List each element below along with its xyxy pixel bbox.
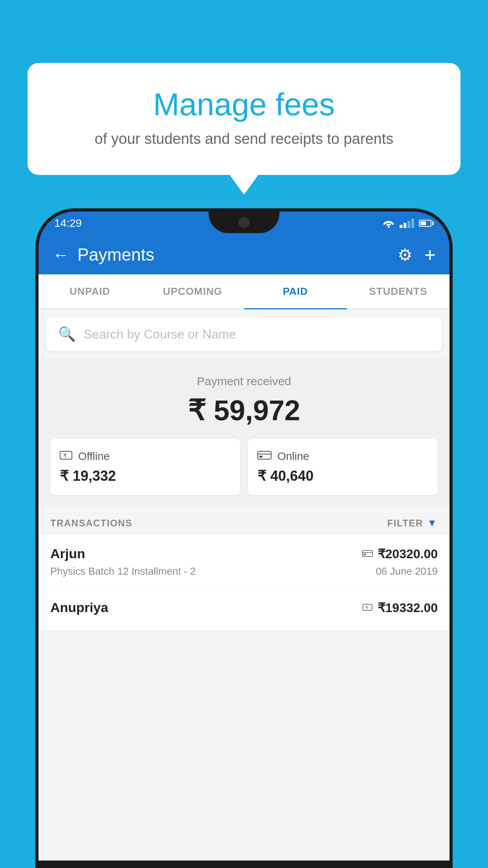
online-payment-card: Online ₹ 40,640 xyxy=(248,439,438,495)
tab-unpaid[interactable]: UNPAID xyxy=(39,274,141,309)
transaction-course: Physics Batch 12 Installment - 2 xyxy=(50,565,196,577)
offline-transaction-icon: ₹ xyxy=(362,601,373,614)
wifi-icon xyxy=(382,219,395,228)
payment-cards: ₹ Offline ₹ 19,332 xyxy=(50,439,438,495)
svg-rect-6 xyxy=(362,550,372,556)
payment-received-amount: ₹ 59,972 xyxy=(50,394,438,427)
status-icons xyxy=(382,219,434,228)
svg-text:₹: ₹ xyxy=(365,605,368,610)
table-row[interactable]: Anupriya ₹ ₹19332.00 xyxy=(39,589,449,631)
signal-bars-icon xyxy=(400,219,414,228)
online-amount: ₹ 40,640 xyxy=(257,468,428,484)
phone-frame: 14:29 xyxy=(35,208,453,868)
transaction-amount-row: ₹ ₹19332.00 xyxy=(362,600,438,615)
back-button[interactable]: ← xyxy=(52,245,70,265)
phone-inner: 14:29 xyxy=(39,211,449,865)
transaction-list: Arjun ₹20320.00 xyxy=(39,535,449,631)
search-icon: 🔍 xyxy=(58,326,76,342)
offline-label: Offline xyxy=(78,450,110,463)
payment-received-section: Payment received ₹ 59,972 ₹ xyxy=(39,359,449,507)
payment-received-label: Payment received xyxy=(50,375,438,388)
svg-point-0 xyxy=(388,226,390,228)
transaction-date: 06 June 2019 xyxy=(376,565,438,577)
transactions-header: TRANSACTIONS FILTER ▼ xyxy=(39,507,449,535)
offline-payment-card: ₹ Offline ₹ 19,332 xyxy=(50,439,240,495)
filter-button[interactable]: FILTER ▼ xyxy=(387,517,438,529)
transactions-label: TRANSACTIONS xyxy=(50,518,132,529)
add-icon[interactable] xyxy=(424,243,436,266)
status-bar: 14:29 xyxy=(39,211,449,235)
filter-label: FILTER xyxy=(387,518,423,529)
battery-icon xyxy=(419,220,434,227)
speech-bubble: Manage fees of your students and send re… xyxy=(28,63,460,175)
search-input[interactable]: Search by Course or Name xyxy=(84,327,236,342)
status-time: 14:29 xyxy=(54,217,82,230)
search-bar[interactable]: 🔍 Search by Course or Name xyxy=(46,317,442,351)
tab-paid[interactable]: PAID xyxy=(244,274,347,309)
filter-icon: ▼ xyxy=(427,517,438,529)
svg-text:₹: ₹ xyxy=(63,452,67,459)
transaction-amount: ₹19332.00 xyxy=(378,600,438,615)
settings-icon[interactable] xyxy=(398,245,413,265)
tabs: UNPAID UPCOMING PAID STUDENTS xyxy=(39,274,449,309)
tab-students[interactable]: STUDENTS xyxy=(347,274,450,309)
notch xyxy=(209,211,279,233)
svg-rect-5 xyxy=(259,456,262,458)
notch-camera xyxy=(238,217,250,228)
speech-bubble-container: Manage fees of your students and send re… xyxy=(28,63,460,175)
online-transaction-icon xyxy=(362,548,373,560)
online-label: Online xyxy=(277,450,309,463)
svg-rect-8 xyxy=(363,554,366,555)
app-header: ← Payments xyxy=(39,235,449,274)
header-title: Payments xyxy=(77,245,390,265)
offline-amount: ₹ 19,332 xyxy=(60,468,231,484)
table-row[interactable]: Arjun ₹20320.00 xyxy=(39,535,449,589)
transaction-amount: ₹20320.00 xyxy=(378,546,438,561)
bubble-subtitle: of your students and send receipts to pa… xyxy=(59,131,429,147)
transaction-name: Arjun xyxy=(50,546,85,561)
offline-icon: ₹ xyxy=(60,450,72,463)
transaction-name: Anupriya xyxy=(50,600,108,615)
bubble-title: Manage fees xyxy=(59,86,429,123)
header-icons xyxy=(398,243,436,266)
online-icon xyxy=(257,450,272,463)
svg-rect-3 xyxy=(258,451,271,459)
transaction-amount-row: ₹20320.00 xyxy=(362,546,438,561)
app-content: 🔍 Search by Course or Name Payment recei… xyxy=(39,309,449,861)
tab-upcoming[interactable]: UPCOMING xyxy=(141,274,244,309)
